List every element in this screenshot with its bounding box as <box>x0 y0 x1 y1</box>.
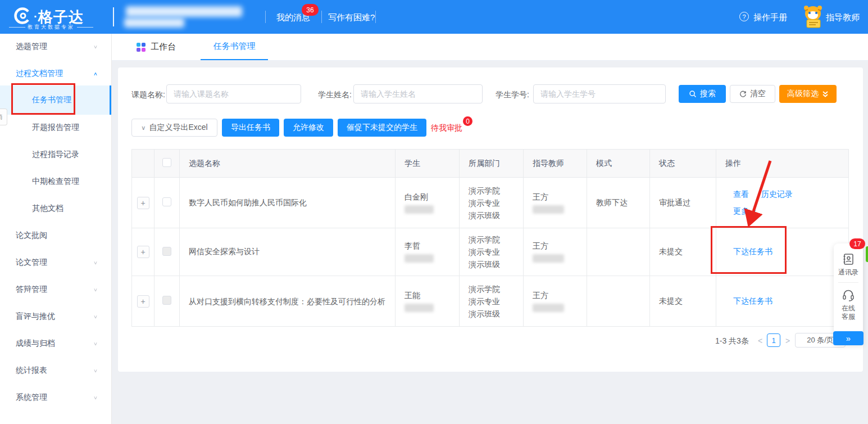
header-divider <box>265 11 266 23</box>
blurred-user-info-line2 <box>124 18 184 28</box>
chevron-down-icon: ∨ <box>93 260 98 265</box>
widget-expand-button[interactable]: » <box>833 331 864 345</box>
sidebar-item-process-docs[interactable]: 过程文档管理∧ <box>0 66 110 82</box>
col-status: 状态 <box>650 150 716 178</box>
tab-task-book-mgmt[interactable]: 任务书管理 <box>201 34 268 60</box>
view-link[interactable]: 查看 <box>733 190 749 199</box>
col-teacher: 指导教师 <box>524 150 587 178</box>
pagination-total: 1-3 共3条 <box>715 336 749 346</box>
content-tabbar: 工作台 任务书管理 <box>112 34 868 61</box>
header-divider <box>321 11 322 23</box>
logo-subtitle: 教育大数据专家 <box>9 24 93 31</box>
student-id-input[interactable] <box>533 84 666 103</box>
logo-icon <box>13 7 31 25</box>
chevron-down-icon: ∨ <box>93 341 98 346</box>
history-link[interactable]: 历史记录 <box>761 190 793 199</box>
topic-name-input[interactable] <box>166 84 301 103</box>
double-chevron-down-icon <box>822 91 829 98</box>
blurred-user-info-line1 <box>126 6 242 17</box>
floating-widget: 通讯录 在线客服 <box>834 243 863 345</box>
pagination-prev[interactable]: < <box>758 336 762 345</box>
mode-cell: 教师下达 <box>587 178 650 228</box>
chevron-down-icon: ∨ <box>93 287 98 292</box>
workbench-grid-icon <box>137 43 146 52</box>
col-department: 所属部门 <box>460 150 524 178</box>
sidebar-item-other-docs[interactable]: 其他文档 <box>0 201 110 216</box>
table-row: + 网信安全探索与设计 李哲 演示学院演示专业演示班级 王方 未提交 下达任务书 <box>132 228 849 276</box>
blurred-student-id <box>405 304 434 312</box>
select-all-checkbox[interactable] <box>162 158 171 167</box>
department-cell: 演示学院演示专业演示班级 <box>460 228 524 276</box>
sidebar-item-thesis-mgmt[interactable]: 论文管理∨ <box>0 255 110 270</box>
writing-help-link[interactable]: 写作有困难? <box>328 12 375 23</box>
actions-cell: 下达任务书 <box>716 228 849 276</box>
department-cell: 演示学院演示专业演示班级 <box>460 276 524 327</box>
teacher-cell: 王方 <box>524 276 587 327</box>
chevron-down-icon: ∨ <box>752 208 756 215</box>
sidebar-item-topic-mgmt[interactable]: 选题管理∨ <box>0 39 110 55</box>
clear-button[interactable]: 清空 <box>730 85 775 103</box>
custom-export-excel-button[interactable]: ∨ 自定义导出Excel <box>131 119 217 137</box>
col-student: 学生 <box>396 150 460 178</box>
row-checkbox[interactable] <box>162 296 171 305</box>
search-button[interactable]: 搜索 <box>679 85 726 103</box>
online-service-item[interactable]: 在线客服 <box>834 288 863 321</box>
mode-cell <box>587 276 650 327</box>
app-header: ·格子达 教育大数据专家 我的消息 36 写作有困难? ? 操作手册 指导教师 <box>0 0 868 34</box>
address-book-icon <box>842 252 855 266</box>
sidebar-item-statistics[interactable]: 统计报表∨ <box>0 363 110 378</box>
task-book-table: 选题名称 学生 所属部门 指导教师 模式 状态 操作 + 数字人民币如何助推人民… <box>131 149 849 327</box>
blurred-student-id <box>405 254 434 263</box>
sidebar-item-proposal-mgmt[interactable]: 开题报告管理 <box>0 120 110 136</box>
sidebar-item-midterm-check[interactable]: 中期检查管理 <box>0 174 110 190</box>
more-link[interactable]: 更多 <box>733 206 749 215</box>
advanced-filter-button[interactable]: 高级筛选 <box>779 85 837 103</box>
widget-divider <box>838 282 858 283</box>
pagination-page-1[interactable]: 1 <box>767 333 780 347</box>
sidebar: 选题管理∨ 过程文档管理∧ 任务书管理 开题报告管理 过程指导记录 中期检查管理… <box>0 34 112 424</box>
edge-collapsed-tab[interactable]: 消 <box>0 109 7 125</box>
pending-approval-link[interactable]: 待我审批 <box>431 123 462 133</box>
headset-icon <box>842 288 855 302</box>
sidebar-item-system-mgmt[interactable]: 系统管理∨ <box>0 390 110 405</box>
issue-task-book-link[interactable]: 下达任务书 <box>733 247 772 256</box>
hidden-widget-sliver <box>866 246 868 262</box>
sidebar-item-grades-archive[interactable]: 成绩与归档∨ <box>0 336 110 351</box>
chevron-down-icon: ∨ <box>93 44 98 49</box>
expand-row-button[interactable]: + <box>137 295 149 308</box>
expand-row-button[interactable]: + <box>137 246 149 258</box>
search-icon <box>689 90 697 98</box>
row-checkbox[interactable] <box>162 197 171 206</box>
urge-unsubmitted-button[interactable]: 催促下未提交的学生 <box>338 119 426 137</box>
content-card: 课题名称: 学生姓名: 学生学号: 搜索 清空 高级筛选 ∨ 自定义导出Exce… <box>118 67 863 372</box>
mode-cell <box>587 228 650 276</box>
export-task-book-button[interactable]: 导出任务书 <box>222 119 279 137</box>
sidebar-item-defense-mgmt[interactable]: 答辩管理∨ <box>0 282 110 297</box>
student-cell: 李哲 <box>396 228 460 276</box>
pagination-next[interactable]: > <box>785 336 790 345</box>
contacts-item[interactable]: 通讯录 <box>834 252 863 277</box>
sidebar-item-guidance-records[interactable]: 过程指导记录 <box>0 147 110 163</box>
status-cell: 未提交 <box>650 276 716 327</box>
status-cell: 未提交 <box>650 228 716 276</box>
filter-student-name-label: 学生姓名: <box>318 90 352 100</box>
manual-link[interactable]: 操作手册 <box>753 12 787 23</box>
expand-row-button[interactable]: + <box>137 197 149 209</box>
issue-task-book-link[interactable]: 下达任务书 <box>733 296 772 305</box>
row-checkbox[interactable] <box>162 247 171 256</box>
actions-cell: 查看历史记录 更多∨ <box>716 178 849 228</box>
blurred-teacher-id <box>533 254 564 263</box>
messages-count-badge: 36 <box>302 4 319 16</box>
chevron-up-icon: ∧ <box>93 71 98 76</box>
allow-modify-button[interactable]: 允许修改 <box>284 119 333 137</box>
sidebar-item-task-book-mgmt[interactable]: 任务书管理 <box>0 92 110 108</box>
sidebar-item-thesis-review[interactable]: 论文批阅 <box>0 228 110 243</box>
actions-cell: 下达任务书 <box>716 276 849 327</box>
student-name-input[interactable] <box>353 84 483 103</box>
select-all-header <box>154 150 180 178</box>
col-actions: 操作 <box>716 150 849 178</box>
tab-workbench[interactable]: 工作台 <box>137 34 176 60</box>
sidebar-item-blind-review[interactable]: 盲评与推优∨ <box>0 309 110 324</box>
department-cell: 演示学院演示专业演示班级 <box>460 178 524 228</box>
widget-count-badge: 17 <box>849 238 865 249</box>
